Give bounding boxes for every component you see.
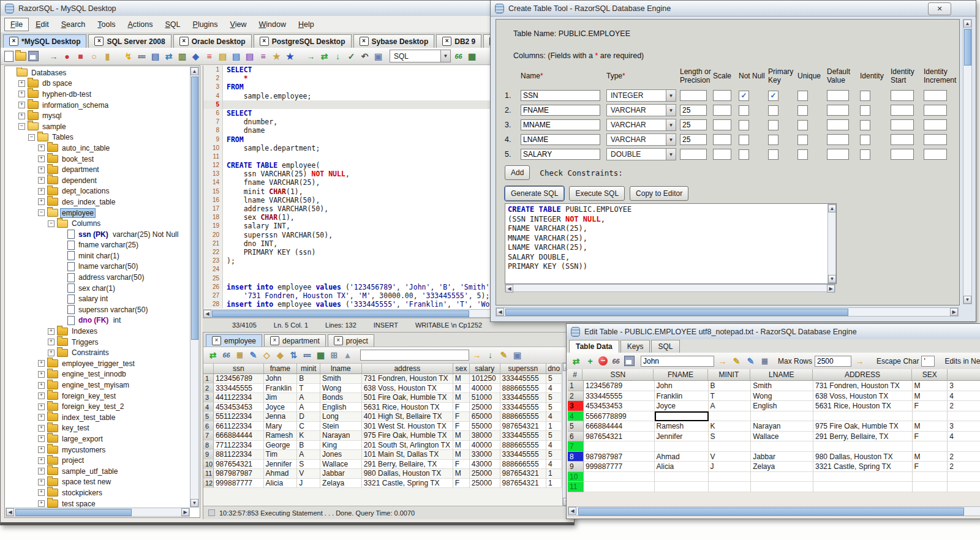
tab-table-data[interactable]: Table Data bbox=[569, 340, 619, 353]
cell[interactable]: 1 bbox=[546, 422, 562, 432]
cell[interactable]: K bbox=[709, 421, 752, 432]
cell[interactable]: Ramesh bbox=[655, 421, 709, 432]
cell[interactable]: 4 bbox=[546, 384, 562, 394]
export-icon[interactable]: ▲ bbox=[342, 350, 353, 361]
edit-pencil-icon[interactable]: ✎ bbox=[247, 350, 259, 361]
save-grid-icon[interactable]: ▣ bbox=[511, 350, 523, 361]
connection-tab-postgresql-desktop[interactable]: ×PostgreSQL Desktop bbox=[254, 34, 352, 48]
default-value-input[interactable] bbox=[827, 149, 849, 160]
cell[interactable]: 888665555 bbox=[500, 412, 547, 422]
tab-close-icon[interactable]: × bbox=[334, 336, 343, 345]
tree-item-tables[interactable]: −Tables bbox=[6, 132, 189, 143]
connection-tab-oracle-desktop[interactable]: ×Oracle Desktop bbox=[173, 34, 252, 48]
column-type-dropdown[interactable]: DOUBLE▼ bbox=[606, 148, 676, 160]
cell[interactable]: 987654321 bbox=[214, 460, 264, 470]
row-number[interactable]: 4 bbox=[203, 403, 214, 413]
save-icon[interactable] bbox=[624, 356, 635, 366]
cell[interactable]: D bbox=[297, 412, 320, 422]
refresh-db-icon[interactable]: ⇄ bbox=[163, 50, 175, 62]
search-input[interactable] bbox=[641, 356, 714, 367]
cell[interactable]: F bbox=[453, 403, 470, 413]
scroll-thumb[interactable] bbox=[15, 509, 132, 516]
tree-item-foreign-key-test[interactable]: +foreign_key_test bbox=[6, 391, 189, 402]
cell[interactable]: 333445555 bbox=[500, 403, 547, 413]
scroll-right-arrow[interactable]: ▶ bbox=[950, 308, 958, 316]
identity-increment-input[interactable] bbox=[924, 149, 947, 160]
scroll-right-arrow[interactable]: ▶ bbox=[827, 285, 835, 293]
cell[interactable]: F bbox=[453, 412, 470, 422]
cell[interactable]: Wallace bbox=[320, 460, 362, 470]
scroll-down-arrow[interactable]: ▼ bbox=[963, 296, 971, 304]
row-header[interactable]: 8 bbox=[568, 452, 584, 462]
connection-tab-db2-9[interactable]: ×DB2 9 bbox=[436, 34, 481, 48]
find-in-file-icon[interactable]: ▤ bbox=[149, 50, 161, 62]
table-row[interactable]: 3441122334JimABonds501 Fire Oak, Humble … bbox=[203, 393, 562, 403]
cell[interactable] bbox=[751, 441, 813, 452]
cell[interactable]: M bbox=[453, 441, 470, 451]
edit-table-yellow-icon[interactable]: ▤ bbox=[217, 50, 228, 62]
cell[interactable]: 881122334 bbox=[214, 450, 264, 460]
row-header[interactable]: 2 bbox=[568, 391, 584, 402]
refresh-icon[interactable]: ⇄ bbox=[207, 350, 219, 361]
cell[interactable]: Tim bbox=[264, 450, 298, 460]
cell[interactable]: 975 Fire Oak, Humble TX bbox=[362, 431, 453, 441]
primary-key-checkbox[interactable] bbox=[768, 105, 778, 116]
cell[interactable]: 5 bbox=[546, 393, 562, 403]
cell[interactable]: F bbox=[913, 462, 948, 472]
table-row[interactable]: 2333445555FranklinTWong638 Voss, Houston… bbox=[568, 391, 980, 402]
cell[interactable] bbox=[655, 411, 709, 422]
cell[interactable]: 888665555 bbox=[500, 384, 547, 394]
identity-start-input[interactable] bbox=[891, 90, 914, 101]
refresh-icon[interactable]: ⇄ bbox=[570, 355, 582, 367]
results-tab-employee[interactable]: ×employee bbox=[206, 334, 262, 347]
cell[interactable] bbox=[813, 482, 913, 492]
cell[interactable]: Zelaya bbox=[320, 479, 362, 489]
cell[interactable]: 5631 Rice, Houston TX bbox=[362, 403, 453, 413]
cell[interactable]: 333445555 bbox=[214, 384, 264, 394]
edit-table-grid[interactable]: #SSNFNAMEMINITLNAMEADDRESSSEX1123456789J… bbox=[568, 369, 980, 492]
cell[interactable]: Bonds bbox=[320, 393, 362, 403]
expand-icon[interactable]: + bbox=[38, 479, 45, 486]
scroll-right-arrow[interactable]: ▶ bbox=[181, 508, 189, 516]
cell[interactable]: 2 bbox=[948, 462, 980, 472]
list-purple-icon[interactable]: ≡ bbox=[257, 50, 269, 62]
tree-item-superssn-varchar-50-[interactable]: superssn varchar(50) bbox=[6, 304, 189, 315]
cell[interactable]: Joyce bbox=[264, 403, 298, 413]
cell[interactable]: King bbox=[320, 441, 362, 451]
expand-icon[interactable]: + bbox=[48, 339, 55, 345]
length-input[interactable] bbox=[680, 90, 707, 101]
table-row[interactable]: 7666884444RameshKNarayan975 Fire Oak, Hu… bbox=[203, 431, 562, 441]
cell[interactable]: 551122334 bbox=[214, 412, 264, 422]
tree-item-ssn-pk-[interactable]: ssn (PK) varchar(25) Not Null bbox=[6, 229, 189, 240]
cell[interactable] bbox=[913, 441, 948, 452]
cell[interactable] bbox=[948, 411, 980, 422]
cell[interactable]: 3321 Castle, Spring TX bbox=[813, 462, 913, 472]
unique-checkbox[interactable] bbox=[797, 91, 808, 101]
identity-increment-input[interactable] bbox=[924, 90, 947, 101]
column-header-ADDRESS[interactable]: ADDRESS bbox=[813, 369, 912, 380]
column-name-input[interactable] bbox=[521, 90, 600, 101]
cell[interactable]: 5 bbox=[546, 450, 562, 460]
cell[interactable]: 291 Berry, Bellaire, TX bbox=[813, 432, 913, 442]
cell[interactable]: John bbox=[264, 374, 298, 384]
create-table-title-bar[interactable]: Create Table Tool - RazorSQL Database En… bbox=[491, 1, 976, 17]
cell[interactable]: 40000 bbox=[470, 384, 500, 394]
row-number[interactable]: 2 bbox=[203, 384, 214, 394]
length-input[interactable] bbox=[680, 119, 707, 130]
default-value-input[interactable] bbox=[827, 105, 849, 116]
cell[interactable]: 2 bbox=[948, 452, 980, 462]
scroll-up-arrow[interactable]: ▲ bbox=[190, 67, 198, 75]
menu-item-window[interactable]: Window bbox=[253, 18, 291, 31]
tree-item-sex-char-1-[interactable]: sex char(1) bbox=[6, 283, 189, 294]
expand-icon[interactable]: + bbox=[38, 414, 45, 421]
column-header-MINIT[interactable]: MINIT bbox=[708, 369, 751, 380]
row-header[interactable]: 1 bbox=[568, 381, 584, 391]
cell[interactable]: F bbox=[913, 432, 948, 442]
column-header-address[interactable]: address bbox=[362, 364, 453, 373]
cell[interactable]: B bbox=[297, 441, 320, 451]
row-number[interactable]: 11 bbox=[203, 469, 214, 479]
cell[interactable]: S bbox=[709, 432, 752, 442]
execute-lightning-icon[interactable]: ↯ bbox=[123, 50, 134, 62]
cell[interactable]: J bbox=[709, 462, 752, 472]
cell[interactable]: 3321 Castle, Spring TX bbox=[362, 479, 453, 489]
